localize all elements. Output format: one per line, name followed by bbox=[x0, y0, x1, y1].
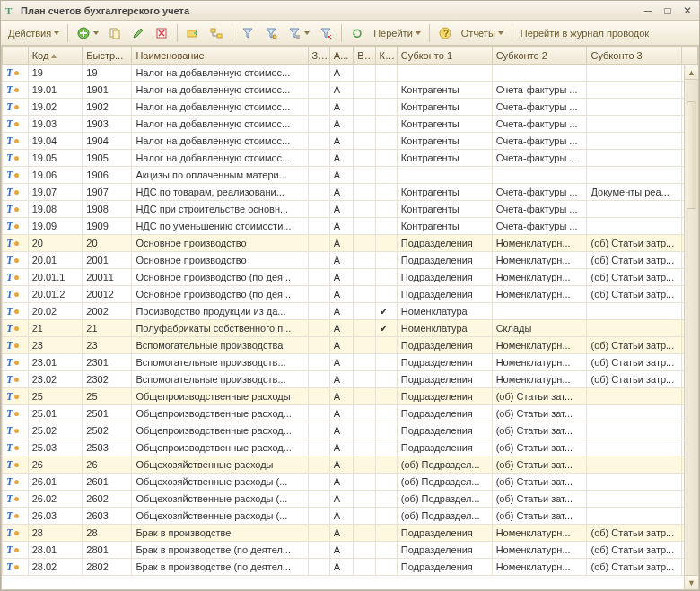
cell-fast: 2001 bbox=[83, 252, 132, 269]
filter1-button[interactable] bbox=[237, 23, 258, 43]
copy-button[interactable] bbox=[104, 23, 126, 43]
account-icon: T bbox=[6, 526, 19, 539]
journal-link[interactable]: Перейти в журнал проводок bbox=[517, 23, 652, 43]
table-row[interactable]: T19.091909НДС по уменьшению стоимости...… bbox=[3, 218, 698, 235]
cell-z bbox=[308, 388, 329, 405]
table-row[interactable]: T25.032503Общепроизводственные расход...… bbox=[3, 439, 698, 456]
table-row[interactable]: T20.022002Производство продукции из да..… bbox=[3, 303, 698, 320]
hierarchy-button[interactable] bbox=[206, 23, 227, 43]
table-row[interactable]: T26.032603Общехозяйственные расходы (...… bbox=[3, 508, 698, 525]
help-button[interactable]: ? bbox=[434, 23, 456, 43]
cell-z bbox=[308, 439, 329, 456]
col-fast[interactable]: Быстр... bbox=[83, 47, 132, 65]
cell-sub3: Документы реа... bbox=[587, 184, 682, 201]
table-row[interactable]: T19.071907НДС по товарам, реализовани...… bbox=[3, 184, 698, 201]
cell-z bbox=[308, 474, 329, 491]
table-row[interactable]: T20.01.220012Основное производство (по д… bbox=[3, 286, 698, 303]
col-icon[interactable] bbox=[3, 47, 29, 65]
cell-sub2: Номенклатурн... bbox=[492, 542, 587, 559]
cell-z bbox=[308, 201, 329, 218]
cell-fast: 1909 bbox=[83, 218, 132, 235]
table-row[interactable]: T20.012001Основное производствоАПодразде… bbox=[3, 252, 698, 269]
scroll-thumb[interactable] bbox=[687, 101, 696, 209]
col-sub2[interactable]: Субконто 2 bbox=[492, 47, 587, 65]
table-row[interactable]: T19.041904Налог на добавленную стоимос..… bbox=[3, 133, 698, 150]
col-sub3[interactable]: Субконто 3 bbox=[587, 47, 682, 65]
filter-clear-button[interactable] bbox=[315, 23, 337, 43]
minimize-button[interactable]: ─ bbox=[640, 4, 656, 18]
close-button[interactable]: ✕ bbox=[679, 4, 696, 18]
account-icon: T bbox=[6, 83, 19, 96]
cell-z bbox=[308, 320, 329, 337]
cell-v bbox=[354, 439, 375, 456]
cell-fast: 20011 bbox=[83, 269, 132, 286]
col-a[interactable]: А... bbox=[329, 47, 353, 65]
move-button[interactable] bbox=[182, 23, 204, 43]
table-row[interactable]: T2121Полуфабрикаты собственного п...А✔Но… bbox=[3, 320, 698, 337]
filter3-button[interactable] bbox=[284, 23, 313, 43]
refresh-button[interactable] bbox=[346, 23, 368, 43]
cell-a: А bbox=[329, 388, 353, 405]
col-code[interactable]: Код bbox=[28, 47, 83, 65]
actions-menu[interactable]: Действия bbox=[4, 23, 63, 43]
cell-name: Налог на добавленную стоимос... bbox=[132, 99, 308, 116]
cell-code: 26.01 bbox=[28, 474, 83, 491]
cell-v bbox=[354, 525, 375, 542]
col-sub1[interactable]: Субконто 1 bbox=[397, 47, 492, 65]
edit-button[interactable] bbox=[127, 23, 149, 43]
svg-rect-3 bbox=[113, 30, 119, 39]
table-row[interactable]: T19.051905Налог на добавленную стоимос..… bbox=[3, 150, 698, 167]
cell-v bbox=[354, 491, 375, 508]
account-icon: T bbox=[6, 561, 19, 573]
cell-a: А bbox=[329, 252, 353, 269]
table-row[interactable]: T2828Брак в производствеАПодразделенияНо… bbox=[3, 525, 698, 542]
col-z[interactable]: З... bbox=[308, 47, 329, 65]
scroll-down-icon[interactable]: ▼ bbox=[685, 575, 698, 589]
accounts-table[interactable]: Код Быстр... Наименование З... А... В...… bbox=[2, 46, 698, 576]
table-row[interactable]: T2626Общехозяйственные расходыА(об) Подр… bbox=[3, 456, 698, 474]
table-row[interactable]: T26.022602Общехозяйственные расходы (...… bbox=[3, 491, 698, 508]
cell-a: А bbox=[329, 491, 353, 508]
table-row[interactable]: T19.021902Налог на добавленную стоимос..… bbox=[3, 99, 698, 116]
table-row[interactable]: T28.022802Брак в производстве (по деятел… bbox=[3, 559, 698, 576]
cell-code: 28.01 bbox=[28, 542, 83, 559]
maximize-button[interactable]: □ bbox=[660, 4, 676, 18]
table-row[interactable]: T26.012601Общехозяйственные расходы (...… bbox=[3, 474, 698, 491]
table-row[interactable]: T23.022302Вспомогательные производств...… bbox=[3, 371, 698, 388]
cell-fast: 1907 bbox=[83, 184, 132, 201]
filter2-button[interactable] bbox=[260, 23, 282, 43]
cell-a: А bbox=[329, 542, 353, 559]
separator bbox=[341, 24, 342, 42]
vertical-scrollbar[interactable]: ▲ ▼ bbox=[684, 65, 698, 589]
add-button[interactable] bbox=[73, 23, 102, 43]
cell-a: А bbox=[329, 303, 353, 320]
table-row[interactable]: T2525Общепроизводственные расходыАПодраз… bbox=[3, 388, 698, 405]
cell-fast: 2502 bbox=[83, 422, 132, 439]
table-row[interactable]: T19.061906Акцизы по оплаченным матери...… bbox=[3, 167, 698, 184]
scroll-up-icon[interactable]: ▲ bbox=[685, 65, 698, 80]
cell-icon: T bbox=[3, 508, 29, 525]
col-k[interactable]: К... bbox=[375, 47, 397, 65]
cell-fast: 2302 bbox=[83, 371, 132, 388]
cell-k: ✔ bbox=[375, 303, 397, 320]
cell-sub1: Подразделения bbox=[397, 269, 492, 286]
table-row[interactable]: T1919Налог на добавленную стоимос...А bbox=[3, 65, 698, 82]
delete-button[interactable] bbox=[151, 23, 172, 43]
reports-menu[interactable]: Отчеты bbox=[458, 23, 507, 43]
table-row[interactable]: T2323Вспомогательные производстваАПодраз… bbox=[3, 337, 698, 354]
table-row[interactable]: T19.031903Налог на добавленную стоимос..… bbox=[3, 116, 698, 133]
table-row[interactable]: T2020Основное производствоАПодразделения… bbox=[3, 235, 698, 252]
col-v[interactable]: В... bbox=[354, 47, 375, 65]
table-row[interactable]: T20.01.120011Основное производство (по д… bbox=[3, 269, 698, 286]
col-name[interactable]: Наименование bbox=[132, 47, 308, 65]
cell-sub2: (об) Статьи зат... bbox=[492, 405, 587, 422]
cell-z bbox=[308, 508, 329, 525]
table-row[interactable]: T28.012801Брак в производстве (по деятел… bbox=[3, 542, 698, 559]
table-row[interactable]: T25.012501Общепроизводственные расход...… bbox=[3, 405, 698, 422]
table-row[interactable]: T25.022502Общепроизводственные расход...… bbox=[3, 422, 698, 439]
table-row[interactable]: T23.012301Вспомогательные производств...… bbox=[3, 354, 698, 371]
table-row[interactable]: T19.011901Налог на добавленную стоимос..… bbox=[3, 82, 698, 99]
table-row[interactable]: T19.081908НДС при строительстве основн..… bbox=[3, 201, 698, 218]
goto-menu[interactable]: Перейти bbox=[370, 23, 424, 43]
delete-icon bbox=[154, 26, 169, 40]
